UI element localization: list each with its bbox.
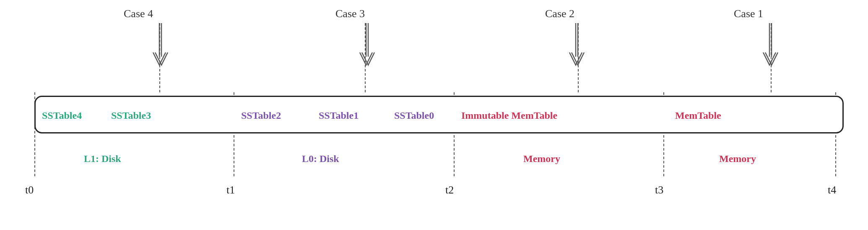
l1-disk-label: L1: Disk [84,153,121,165]
lsm-diagram: Case 4 Case 3 Case 2 Case 1 [0,0,868,230]
sstable2-label: SSTable2 [241,110,281,121]
t1-label: t1 [226,184,235,196]
t2-label: t2 [445,184,454,196]
memtable-label: MemTable [675,110,721,121]
memory1-label: Memory [523,153,560,165]
t4-label: t4 [828,184,836,196]
immutable-memtable-label: Immutable MemTable [461,110,557,121]
timeline-bar [34,96,844,133]
t0-label: t0 [25,184,34,196]
memory2-label: Memory [719,153,756,165]
dashed-line-case3 [365,23,366,92]
case2-label: Case 2 [545,8,574,20]
dashed-line-case4 [159,23,160,92]
case1-label: Case 1 [734,8,763,20]
sstable3-label: SSTable3 [111,110,151,121]
sstable0-label: SSTable0 [394,110,434,121]
case3-label: Case 3 [335,8,365,20]
case4-arrow [149,23,174,78]
l0-disk-label: L0: Disk [302,153,339,165]
case1-arrow [759,23,784,78]
t3-label: t3 [655,184,663,196]
case4-label: Case 4 [124,8,153,20]
dashed-line-case2 [578,23,579,92]
case3-arrow [356,23,381,78]
dashed-line-case1 [771,23,772,92]
sstable4-label: SSTable4 [42,110,82,121]
sstable1-label: SSTable1 [319,110,359,121]
